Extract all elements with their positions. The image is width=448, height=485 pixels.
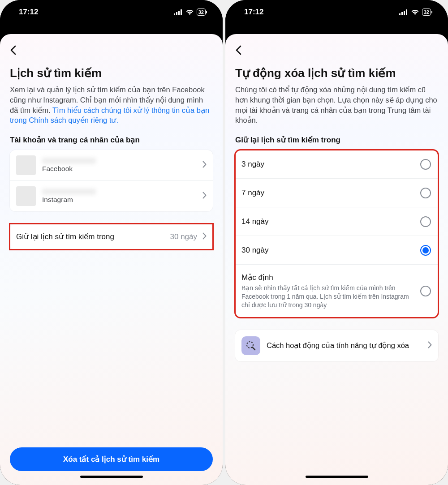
cellular-icon [174, 9, 183, 15]
page-description: Xem lại và quản lý lịch sử tìm kiếm của … [10, 85, 213, 125]
option-label: Mặc định [241, 273, 414, 282]
how-it-works-card[interactable]: Cách hoạt động của tính năng tự động xóa [235, 330, 438, 361]
svg-rect-2 [178, 11, 180, 15]
account-name-redacted [42, 189, 96, 195]
duration-option-30days[interactable]: 30 ngày [235, 236, 438, 265]
svg-rect-4 [399, 13, 401, 15]
wifi-icon [185, 9, 194, 15]
keep-section-label: Giữ lại lịch sử tìm kiếm trong [235, 135, 438, 145]
radio-icon [420, 216, 431, 227]
accounts-section-label: Tài khoản và trang cá nhân của bạn [10, 135, 213, 145]
home-indicator [306, 476, 368, 478]
svg-rect-7 [406, 9, 407, 15]
radio-icon [420, 188, 431, 198]
screen-left: Lịch sử tìm kiếm Xem lại và quản lý lịch… [0, 34, 223, 485]
avatar [16, 186, 36, 206]
chevron-right-icon [202, 161, 207, 170]
bottom-area: Xóa tất cả lịch sử tìm kiếm [10, 447, 213, 485]
svg-rect-1 [176, 12, 177, 15]
magnifier-clock-icon [241, 336, 260, 355]
back-button[interactable] [235, 43, 243, 58]
battery-icon: 32 [422, 9, 431, 16]
status-bar: 17:12 32 [0, 0, 223, 24]
info-card-text: Cách hoạt động của tính năng tự động xóa [267, 341, 422, 350]
page-title: Lịch sử tìm kiếm [10, 66, 213, 80]
account-platform: Instagram [42, 196, 196, 204]
accounts-card: Facebook Instagram [10, 150, 213, 211]
status-time: 17:12 [244, 8, 263, 17]
screen-right: Tự động xóa lịch sử tìm kiếm Chúng tôi c… [225, 34, 448, 485]
svg-rect-3 [181, 9, 182, 15]
wifi-icon [411, 9, 419, 15]
status-time: 17:12 [19, 8, 38, 17]
duration-radio-list: 3 ngày 7 ngày 14 ngày 30 ngày Mặc định B… [235, 150, 438, 318]
duration-option-default[interactable]: Mặc định Bạn sẽ nhìn thấy tất cả lịch sử… [235, 265, 438, 318]
bottom-area [235, 471, 438, 485]
option-label: 30 ngày [241, 246, 414, 255]
svg-line-9 [252, 347, 255, 350]
chevron-right-icon [202, 192, 207, 201]
duration-option-7days[interactable]: 7 ngày [235, 179, 438, 207]
radio-icon [420, 159, 431, 170]
duration-option-14days[interactable]: 14 ngày [235, 207, 438, 236]
keep-history-card: Giữ lại lịch sử tìm kiếm trong 30 ngày [10, 224, 213, 249]
page-description: Chúng tôi có thể tự động xóa những nội d… [235, 85, 438, 125]
account-row-instagram[interactable]: Instagram [10, 181, 213, 211]
option-label: 3 ngày [241, 160, 414, 169]
back-button[interactable] [10, 43, 18, 58]
phone-right: 17:12 32 Tự động xóa lịch sử tìm kiếm Ch… [225, 0, 448, 485]
option-label: 7 ngày [241, 189, 414, 197]
page-title: Tự động xóa lịch sử tìm kiếm [235, 66, 438, 80]
radio-icon [420, 286, 431, 296]
account-platform: Facebook [42, 165, 196, 173]
keep-history-value: 30 ngày [170, 232, 198, 241]
option-label: 14 ngày [241, 217, 414, 226]
account-name-redacted [42, 158, 96, 164]
account-row-facebook[interactable]: Facebook [10, 150, 213, 181]
cellular-icon [399, 9, 408, 15]
home-indicator [80, 476, 143, 478]
svg-rect-0 [174, 13, 175, 15]
avatar [16, 155, 36, 175]
status-right: 32 [174, 9, 206, 16]
keep-history-label: Giữ lại lịch sử tìm kiếm trong [16, 232, 165, 241]
chevron-right-icon [202, 232, 207, 241]
status-bar: 17:12 32 [225, 0, 448, 24]
status-right: 32 [399, 9, 431, 16]
option-sublabel: Bạn sẽ nhìn thấy tất cả lịch sử tìm kiếm… [241, 284, 414, 309]
chevron-right-icon [428, 341, 432, 350]
svg-rect-6 [404, 11, 405, 15]
duration-option-3days[interactable]: 3 ngày [235, 150, 438, 179]
phone-left: 17:12 32 Lịch sử tìm kiếm Xem lại và quả… [0, 0, 223, 485]
battery-icon: 32 [197, 9, 206, 16]
svg-rect-5 [401, 12, 403, 15]
clear-all-button[interactable]: Xóa tất cả lịch sử tìm kiếm [10, 447, 213, 471]
keep-history-row[interactable]: Giữ lại lịch sử tìm kiếm trong 30 ngày [10, 224, 213, 249]
radio-icon-checked [420, 245, 431, 256]
